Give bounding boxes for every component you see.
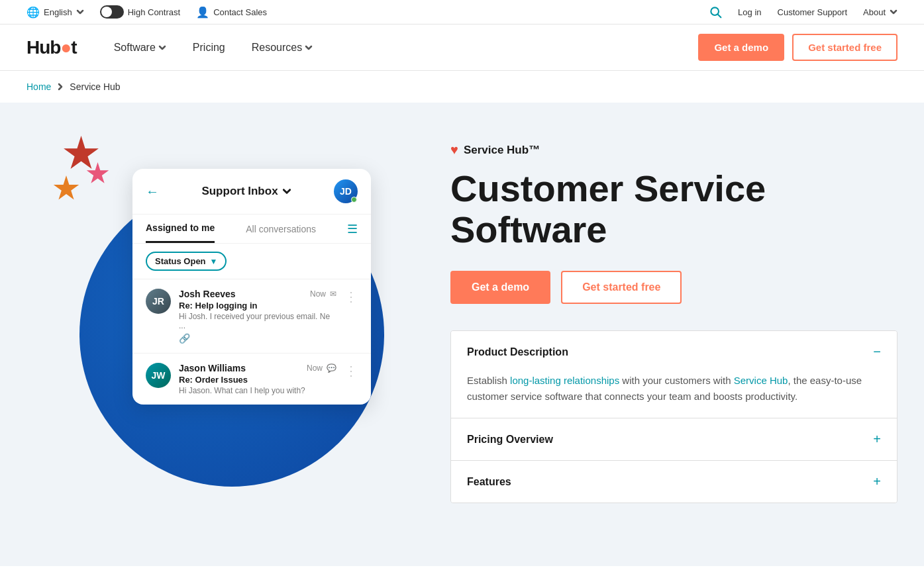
attachment-icon: 🔗 [179,333,336,344]
inbox-chevron-icon [282,187,291,196]
utility-right: Log in Customer Support About [709,5,898,19]
conv-meta-1: Now ✉ [310,289,336,299]
conv-top-1: Josh Reeves Now ✉ [179,289,336,299]
utility-bar: 🌐 English High Contrast 👤 Contact Sales … [0,0,924,24]
breadcrumb: Home Service Hub [0,71,924,103]
conv-top-2: Jason Williams Now 💬 [179,363,336,373]
conv-preview-2: Hi Jason. What can I help you with? [179,386,336,395]
language-selector[interactable]: 🌐 English [26,6,84,19]
software-chevron-icon [158,44,166,52]
avatar-online-dot [351,197,357,203]
inbox-filters: Status Open ▼ [132,244,371,279]
inbox-card: ← Support Inbox JD Assigned to me All co… [132,169,371,405]
nav-pricing-label: Pricing [193,42,225,54]
nav-resources[interactable]: Resources [241,36,323,59]
hero-get-started-button[interactable]: Get started free [561,271,682,304]
teal-text-1: long-lasting relationships [510,375,619,386]
nav-resources-label: Resources [252,42,302,54]
conv-subject-1: Re: Help logging in [179,301,336,311]
about-menu[interactable]: About [863,7,898,17]
hero-title: Customer Service Software [450,168,898,250]
conv-subject-2: Re: Order Issues [179,375,336,385]
nav-software[interactable]: Software [103,36,177,59]
about-label: About [863,7,886,17]
product-badge-label: Service Hub™ [464,144,540,157]
login-link[interactable]: Log in [738,7,761,17]
status-label: Status Open [155,256,206,266]
back-button[interactable]: ← [146,184,159,199]
hero-buttons: Get a demo Get started free [450,271,898,304]
nav-get-started-button[interactable]: Get started free [792,34,898,61]
accordion-title-pricing-overview: Pricing Overview [467,434,553,446]
conv-name-1: Josh Reeves [179,289,236,299]
toggle-knob [101,7,112,17]
status-chevron-icon: ▼ [210,257,218,266]
conv-menu-1[interactable]: ⋮ [344,289,358,305]
svg-line-1 [718,15,721,18]
left-section: ← Support Inbox JD Assigned to me All co… [26,129,411,566]
nav-get-demo-button[interactable]: Get a demo [698,34,784,61]
nav-links: Software Pricing Resources [103,36,699,59]
sparkle-group [40,136,119,215]
conv-meta-2: Now 💬 [307,363,336,373]
status-filter-badge[interactable]: Status Open ▼ [146,252,227,271]
accordion-header-features[interactable]: Features + [451,461,897,503]
high-contrast-label: High Contrast [128,7,180,17]
language-chevron-icon [76,8,84,16]
star-red-icon [63,136,99,172]
right-section: ♥ Service Hub™ Customer Service Software… [450,129,898,566]
main-content: ← Support Inbox JD Assigned to me All co… [0,103,924,566]
accordion-item-features: Features + [451,461,897,503]
accordion-item-pricing-overview: Pricing Overview + [451,418,897,461]
hero-title-line1: Customer Service [450,168,766,209]
heart-icon: ♥ [450,142,458,158]
inbox-header: ← Support Inbox JD [132,169,371,215]
login-label: Log in [738,7,761,17]
high-contrast-toggle[interactable]: High Contrast [100,5,180,19]
search-button[interactable] [709,5,722,19]
accordion-body-product-description: Establish long-lasting relationships wit… [451,373,897,418]
breadcrumb-home[interactable]: Home [26,81,51,92]
nav-software-label: Software [114,42,156,54]
accordion-plus-icon-pricing: + [873,432,881,447]
star-orange-icon [53,175,79,202]
customer-support-link[interactable]: Customer Support [778,7,848,17]
about-chevron-icon [890,8,898,16]
inbox-avatar: JD [334,179,358,203]
accordion-item-product-description: Product Description − Establish long-las… [451,331,897,418]
conv-preview-1: Hi Josh. I received your previous email.… [179,312,336,330]
accordion-title-product-description: Product Description [467,346,568,358]
filter-icon[interactable]: ☰ [347,222,358,236]
accordion-minus-icon: − [873,344,881,360]
tab-all[interactable]: All conversations [246,216,316,242]
conv-avatar-1: JR [146,289,171,314]
nav-pricing[interactable]: Pricing [182,36,236,59]
breadcrumb-current: Service Hub [70,81,120,92]
toggle-switch[interactable] [100,5,124,19]
logo-spot: ● [60,37,71,58]
hero-get-demo-button[interactable]: Get a demo [450,271,550,304]
conversation-item-1[interactable]: JR Josh Reeves Now ✉ Re: Help logging in… [132,279,371,353]
accordion-plus-icon-features: + [873,474,881,489]
breadcrumb-chevron-icon [56,83,64,91]
accordion-header-product-description[interactable]: Product Description − [451,331,897,373]
logo-link[interactable]: Hub●t [26,37,77,58]
nav-buttons: Get a demo Get started free [698,34,898,61]
conv-body-1: Josh Reeves Now ✉ Re: Help logging in Hi… [179,289,336,344]
conversation-item-2[interactable]: JW Jason Williams Now 💬 Re: Order Issues… [132,353,371,405]
tab-assigned[interactable]: Assigned to me [146,215,215,243]
inbox-title: Support Inbox [201,185,291,198]
logo-text: Hub●t [26,37,77,58]
contact-sales-link[interactable]: 👤 Contact Sales [196,6,267,19]
accordion-header-pricing-overview[interactable]: Pricing Overview + [451,418,897,460]
teal-text-2: Service Hub [734,375,788,386]
resources-chevron-icon [305,44,313,52]
person-icon: 👤 [196,6,209,19]
customer-support-label: Customer Support [778,7,848,17]
sparkle-container [40,136,119,215]
language-label: English [44,7,72,17]
conv-menu-2[interactable]: ⋮ [344,363,358,379]
search-icon [709,5,722,19]
contact-sales-label: Contact Sales [213,7,267,17]
utility-left: 🌐 English High Contrast 👤 Contact Sales [26,5,267,19]
